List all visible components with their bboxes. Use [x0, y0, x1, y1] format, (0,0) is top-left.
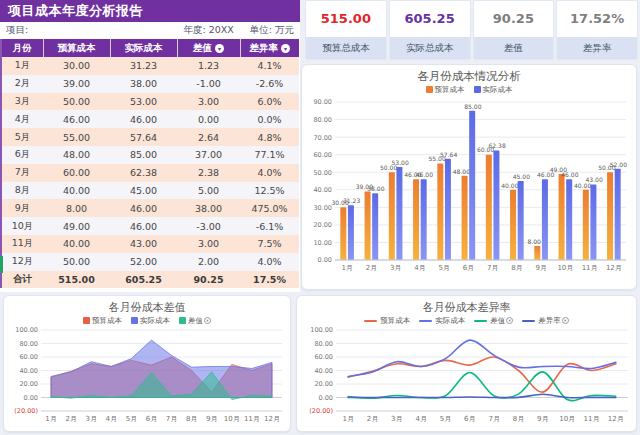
summary-value: 90.25 [474, 1, 554, 36]
bar-预算成本-10月 [559, 174, 565, 260]
table-cell: 50.00 [43, 93, 110, 111]
bar-实际成本-10月 [566, 179, 572, 260]
summary-label: 差值 [474, 36, 554, 59]
x-tick-label: 8月 [511, 264, 522, 272]
y-tick-label: 60.00 [314, 353, 333, 361]
legend-label: 预算成本 [380, 316, 410, 325]
line-series-差值 [348, 372, 616, 401]
bar-value-label: 46.00 [561, 171, 578, 178]
bar-预算成本-4月 [413, 179, 419, 260]
y-tick-label: 40.00 [314, 367, 333, 375]
y-tick-label: 90.00 [313, 98, 332, 106]
x-tick-label: 6月 [464, 415, 475, 423]
x-tick-label: 6月 [463, 264, 474, 272]
y-tick-label: 40.00 [313, 186, 332, 194]
bar-预算成本-1月 [340, 207, 346, 260]
table-cell: 2.38 [177, 164, 240, 182]
table-row-4月: 4月46.0046.000.000.0% [1, 110, 299, 128]
table-cell: 39.00 [43, 75, 110, 93]
y-tick-label: (20.00) [309, 407, 333, 415]
table-row-2月: 2月39.0038.00-1.00-2.6% [1, 75, 299, 93]
table-row-12月: 12月50.0052.002.004.0% [1, 253, 299, 271]
x-tick-label: 12月 [608, 415, 624, 423]
x-tick-label: 8月 [186, 415, 197, 423]
legend-swatch [426, 86, 433, 93]
table-cell: 30.00 [43, 57, 110, 75]
table-cell: 62.38 [110, 164, 177, 182]
col-header-差值: 差值▾ [177, 39, 240, 57]
legend-item-实际成本: 实际成本 [474, 85, 513, 94]
total-cell: 605.25 [110, 271, 177, 289]
line-chart-panel: 各月份成本差异率 预算成本实际成本差值▾差异率▾ (20.00)0.0020.0… [296, 295, 637, 432]
table-cell: 52.00 [110, 253, 177, 271]
bar-实际成本-11月 [590, 185, 596, 260]
table-cell: 38.00 [177, 199, 240, 217]
y-tick-label: 10.00 [313, 239, 332, 247]
legend-swatch [474, 86, 481, 93]
bar-预算成本-3月 [389, 172, 395, 260]
sort-filter-icon[interactable]: ▾ [281, 44, 290, 53]
legend-swatch [364, 320, 377, 322]
sort-filter-icon[interactable]: ▾ [215, 44, 224, 53]
x-tick-label: 11月 [582, 264, 598, 272]
x-tick-label: 6月 [146, 415, 157, 423]
area-chart-legend: 预算成本实际成本差值▾ [83, 316, 211, 325]
bar-实际成本-1月 [348, 205, 354, 260]
x-tick-label: 10月 [559, 415, 575, 423]
legend-label: 预算成本 [435, 85, 465, 94]
table-cell: 6.0% [240, 93, 299, 111]
table-cell: 10月 [1, 217, 43, 235]
table-cell: 3.00 [177, 235, 240, 253]
table-cell: 3月 [1, 93, 43, 111]
x-tick-label: 11月 [584, 415, 600, 423]
bar-预算成本-11月 [583, 190, 589, 260]
bar-实际成本-4月 [421, 179, 427, 260]
year-value: 20XX [209, 24, 234, 35]
y-tick-label: 0.00 [319, 394, 333, 402]
x-tick-label: 9月 [537, 415, 548, 423]
year-field: 年度: 20XX [183, 24, 233, 37]
table-row-3月: 3月50.0053.003.006.0% [1, 93, 299, 111]
table-cell: 9月 [1, 199, 43, 217]
bar-chart-panel: 各月份成本情况分析 预算成本实际成本 0.0010.0020.0030.0040… [301, 64, 637, 290]
x-tick-label: 3月 [390, 264, 401, 272]
table-cell: 7.5% [240, 235, 299, 253]
page-title: 项目成本年度分析报告 [0, 0, 300, 22]
table-row-11月: 11月40.0043.003.007.5% [1, 235, 299, 253]
x-tick-label: 12月 [606, 264, 622, 272]
table-row-1月: 1月30.0031.231.234.1% [1, 57, 299, 75]
bar-chart-svg: 0.0010.0020.0030.0040.0050.0060.0070.008… [302, 94, 636, 278]
legend-swatch [83, 317, 90, 324]
y-tick-label: 0.00 [24, 394, 38, 402]
y-tick-label: 80.00 [19, 340, 38, 348]
x-tick-label: 12月 [264, 415, 280, 423]
table-cell: 4月 [1, 110, 43, 128]
col-header-预算成本: 预算成本 [43, 39, 110, 57]
summary-card-实际总成本: 605.25实际总成本 [389, 0, 471, 60]
table-row-8月: 8月40.0045.005.0012.5% [1, 182, 299, 200]
y-tick-label: 80.00 [314, 340, 333, 348]
bar-预算成本-6月 [462, 176, 468, 260]
table-cell: 3.00 [177, 93, 240, 111]
cost-table-header-row: 月份预算成本实际成本差值▾差异率▾ [1, 39, 299, 57]
unit-value: 万元 [275, 24, 294, 35]
bar-value-label: 43.00 [586, 176, 603, 183]
table-row-10月: 10月49.0046.00-3.00-6.1% [1, 217, 299, 235]
table-cell: 12.5% [240, 182, 299, 200]
table-cell: 11月 [1, 235, 43, 253]
table-cell: 46.00 [110, 217, 177, 235]
table-cell: 85.00 [110, 146, 177, 164]
cost-table: 月份预算成本实际成本差值▾差异率▾ 1月30.0031.231.234.1%2月… [0, 39, 299, 288]
y-tick-label: 70.00 [313, 134, 332, 142]
unit-field: 单位: 万元 [250, 24, 294, 37]
table-cell: -2.6% [240, 75, 299, 93]
legend-label: 实际成本 [483, 85, 513, 94]
bar-chart-title: 各月份成本情况分析 [417, 70, 521, 83]
y-tick-label: 20.00 [313, 221, 332, 229]
bar-value-label: 48.00 [453, 168, 470, 175]
bar-实际成本-12月 [615, 169, 621, 260]
legend-item-差值: 差值▾ [179, 316, 211, 325]
bar-预算成本-8月 [510, 190, 516, 260]
x-tick-label: 5月 [440, 415, 451, 423]
y-tick-label: 40.00 [19, 367, 38, 375]
